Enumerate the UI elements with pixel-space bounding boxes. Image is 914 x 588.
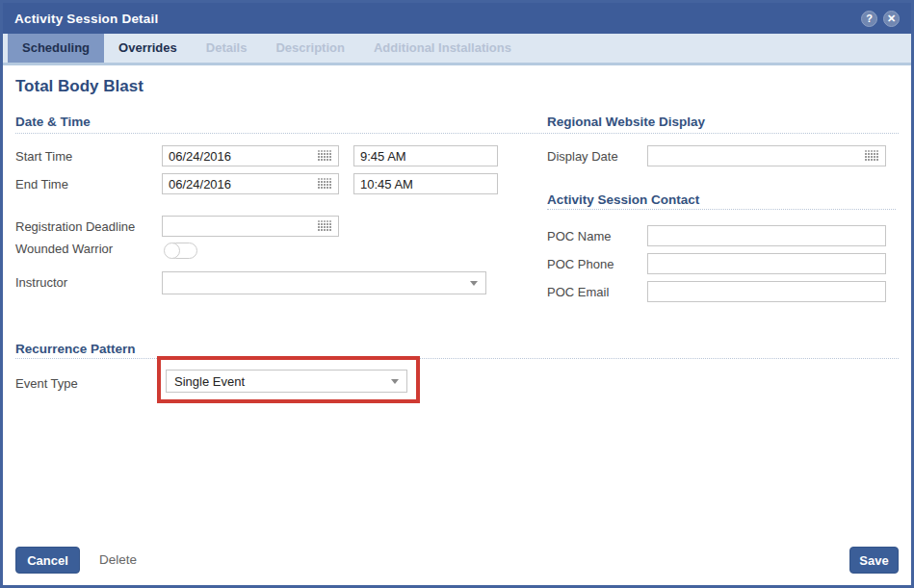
- section-divider: [547, 209, 896, 210]
- titlebar-icons: ? ✕: [861, 11, 900, 27]
- wounded-warrior-toggle[interactable]: [164, 243, 196, 259]
- poc-phone-input[interactable]: [654, 257, 879, 271]
- activity-session-detail-dialog: Activity Session Detail ? ✕ Scheduling O…: [0, 0, 914, 588]
- instructor-label: Instructor: [15, 275, 67, 290]
- poc-phone-label: POC Phone: [547, 257, 614, 271]
- poc-email-label: POC Email: [547, 285, 609, 299]
- section-recurrence-pattern: Recurrence Pattern: [15, 342, 136, 356]
- poc-name-input[interactable]: [654, 229, 879, 243]
- section-activity-session-contact: Activity Session Contact: [547, 192, 699, 207]
- end-date-input[interactable]: [169, 177, 314, 192]
- start-time-field[interactable]: [353, 145, 498, 166]
- start-time-label: Start Time: [15, 149, 72, 164]
- end-date-field[interactable]: [162, 173, 339, 194]
- display-date-field[interactable]: [647, 145, 886, 166]
- calendar-icon[interactable]: [318, 220, 332, 232]
- event-type-label: Event Type: [15, 376, 78, 391]
- calendar-icon[interactable]: [865, 150, 879, 162]
- page-title: Total Body Blast: [15, 77, 144, 96]
- close-icon[interactable]: ✕: [883, 11, 900, 27]
- tab-additional-installations: Additional Installations: [359, 34, 526, 63]
- cancel-button[interactable]: Cancel: [15, 547, 80, 574]
- registration-deadline-field[interactable]: [162, 216, 339, 237]
- registration-deadline-label: Registration Deadline: [15, 219, 135, 234]
- section-date-time: Date & Time: [15, 115, 91, 129]
- end-time-field[interactable]: [353, 173, 498, 194]
- calendar-icon[interactable]: [318, 178, 332, 190]
- end-time-label: End Time: [15, 177, 68, 192]
- instructor-dropdown[interactable]: [162, 271, 486, 294]
- registration-deadline-input[interactable]: [169, 219, 314, 234]
- tab-overrides[interactable]: Overrides: [104, 34, 192, 63]
- chevron-down-icon: [470, 281, 478, 286]
- section-divider: [15, 358, 899, 359]
- section-regional-website-display: Regional Website Display: [547, 115, 705, 129]
- section-divider: [15, 133, 899, 134]
- wounded-warrior-label: Wounded Warrior: [15, 242, 113, 256]
- start-date-input[interactable]: [169, 149, 314, 164]
- poc-name-field[interactable]: [647, 225, 886, 246]
- dialog-title: Activity Session Detail: [14, 12, 158, 26]
- delete-button[interactable]: Delete: [99, 552, 137, 567]
- tab-scheduling[interactable]: Scheduling: [8, 34, 104, 63]
- tab-bar: Scheduling Overrides Details Description…: [3, 34, 911, 65]
- poc-email-input[interactable]: [654, 285, 879, 299]
- tab-details: Details: [192, 34, 262, 63]
- dialog-titlebar: Activity Session Detail ? ✕: [3, 3, 911, 34]
- poc-email-field[interactable]: [647, 281, 886, 302]
- calendar-icon[interactable]: [318, 150, 332, 162]
- help-icon[interactable]: ?: [861, 11, 877, 27]
- display-date-label: Display Date: [547, 149, 618, 164]
- start-time-input[interactable]: [360, 149, 491, 164]
- tab-description: Description: [261, 34, 359, 63]
- toggle-knob: [164, 243, 180, 259]
- save-button[interactable]: Save: [849, 547, 899, 574]
- display-date-input[interactable]: [654, 149, 861, 164]
- poc-phone-field[interactable]: [647, 253, 886, 274]
- start-date-field[interactable]: [162, 145, 339, 166]
- poc-name-label: POC Name: [547, 229, 611, 243]
- event-type-value: Single Event: [174, 374, 385, 389]
- end-time-input[interactable]: [360, 177, 491, 192]
- chevron-down-icon: [391, 379, 399, 384]
- event-type-dropdown[interactable]: Single Event: [166, 370, 407, 393]
